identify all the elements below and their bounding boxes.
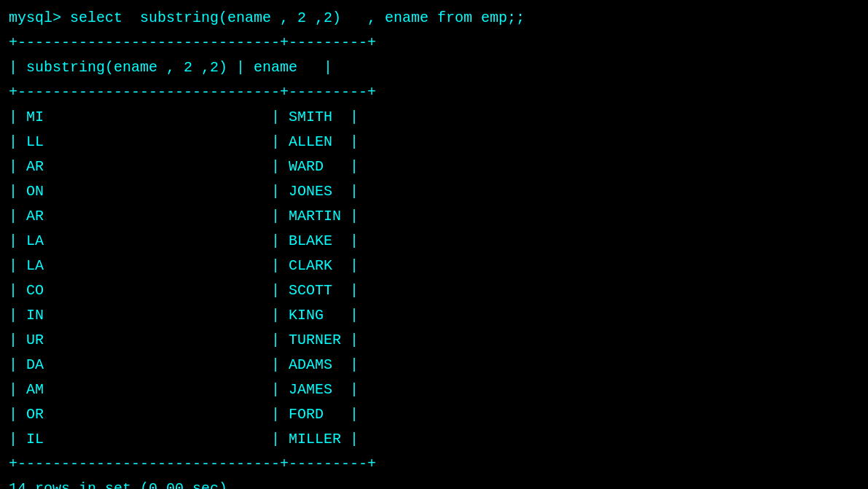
table-row: | LA | BLAKE | xyxy=(9,229,859,254)
table-row: | LL | ALLEN | xyxy=(9,130,859,154)
table-header: | substring(ename , 2 ,2) | ename | xyxy=(9,55,859,80)
separator-bottom: +------------------------------+--------… xyxy=(9,452,859,477)
prompt: mysql> xyxy=(9,9,61,26)
command: select substring(ename , 2 ,2) , ename f… xyxy=(61,9,525,26)
table-row: | AR | WARD | xyxy=(9,154,859,179)
table-row: | AM | JAMES | xyxy=(9,377,859,402)
table-row: | DA | ADAMS | xyxy=(9,353,859,377)
command-line: mysql> select substring(ename , 2 ,2) , … xyxy=(9,6,859,31)
table-row: | IN | KING | xyxy=(9,303,859,328)
footer-line: 14 rows in set (0.00 sec) xyxy=(9,477,859,489)
separator-header: +------------------------------+--------… xyxy=(9,80,859,105)
table-body: | MI | SMITH || LL | ALLEN || AR | WARD … xyxy=(9,105,859,452)
table-row: | CO | SCOTT | xyxy=(9,278,859,303)
terminal-container: mysql> select substring(ename , 2 ,2) , … xyxy=(9,6,859,489)
table-row: | MI | SMITH | xyxy=(9,105,859,130)
table-row: | LA | CLARK | xyxy=(9,254,859,278)
table-row: | AR | MARTIN | xyxy=(9,204,859,229)
table-row: | IL | MILLER | xyxy=(9,427,859,452)
table-row: | ON | JONES | xyxy=(9,179,859,204)
separator-top: +------------------------------+--------… xyxy=(9,31,859,55)
table-row: | UR | TURNER | xyxy=(9,328,859,353)
table-row: | OR | FORD | xyxy=(9,402,859,427)
